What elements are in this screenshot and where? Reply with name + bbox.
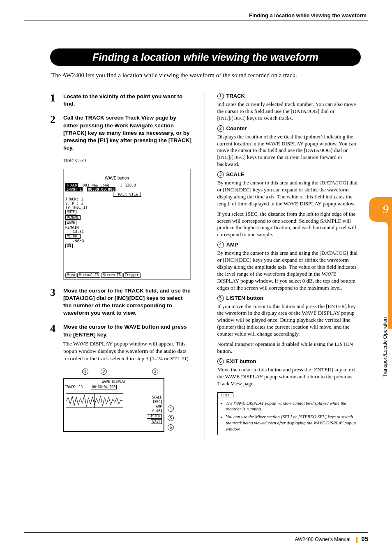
popup-track: TRACK: 13 <box>65 385 83 389</box>
item-1: 1 TRACK <box>217 93 360 99</box>
step-heading: Call the TRACK screen Track View page by… <box>63 114 192 152</box>
vtr-name: [V_TR01_1] <box>65 205 189 210</box>
step-heading: Move the cursor to the WAVE button and p… <box>63 323 192 338</box>
track-field: TRACK: 1 <box>65 197 189 201</box>
item-number: 1 <box>217 93 224 99</box>
metro-button: METRO. <box>65 234 81 239</box>
page-number: 95 <box>361 535 368 542</box>
song-name: 003_New Song <box>83 183 109 187</box>
track-title-box: TRACK <box>65 183 78 187</box>
right-column: 1 TRACK Indicates the currently selected… <box>217 93 360 439</box>
callout-4: 4 <box>168 405 174 412</box>
step-number: 2 <box>50 114 59 152</box>
tab-stereo-tr: Stereo TR <box>101 272 122 278</box>
vtr-field: V.TR : 1 <box>65 201 189 205</box>
item-2: 2 Counter <box>217 125 360 132</box>
wave-button-label: WAVE button <box>105 176 129 180</box>
item-4: 4 AMP <box>217 242 360 248</box>
left-column: 1 Locate to the vicinity of the point yo… <box>50 93 192 439</box>
waveform-area <box>66 393 123 408</box>
tab-trigger: Trigger <box>123 272 141 278</box>
tab-view: View <box>65 272 76 278</box>
on-button: ON <box>65 244 73 248</box>
track-view-screenshot: WAVE button TRACK 003_New Song J=120.0 I… <box>63 169 191 280</box>
remain-label: REMAIN <box>65 226 189 230</box>
listen-button: LISTEN <box>147 414 162 419</box>
item-5: 5 LISTEN button <box>217 295 360 302</box>
mute-button: MUTE <box>65 210 76 214</box>
item-title: TRACK <box>226 93 245 99</box>
item-number: 4 <box>217 242 224 248</box>
item-body: By moving the cursor to this area and us… <box>217 180 360 207</box>
step-body: The WAVE DISPLAY popup window will appea… <box>63 340 192 363</box>
callout-line <box>105 181 105 188</box>
item-body: Displays the location of the vertical li… <box>217 134 360 168</box>
item-title: LISTEN button <box>226 295 263 302</box>
footer-accent <box>356 537 357 543</box>
db-readout: -96dB <box>73 239 189 243</box>
manual-name: AW2400 Owner's Manual <box>295 537 350 542</box>
callout-3: 3 <box>152 368 158 375</box>
item-number: 6 <box>217 358 224 365</box>
section-title-bar: Finding a location while viewing the wav… <box>50 48 361 66</box>
scale-value: 1SEC <box>151 400 162 404</box>
hint-box: HINT The WAVE DISPLAY popup window canno… <box>217 391 360 435</box>
remain-time: 13:31 <box>73 230 189 234</box>
chapter-tab: 9 Transport/Locate Operation <box>369 197 392 329</box>
step-2: 2 Call the TRACK screen Track View page … <box>50 114 192 152</box>
callout-5: 5 <box>168 415 174 421</box>
item-title: Counter <box>226 125 247 132</box>
item-3: 3 SCALE <box>217 171 360 178</box>
item-body: Move the cursor to this button and press… <box>217 366 360 387</box>
item-body: Normal transport operation is disabled w… <box>217 341 360 355</box>
footer: AW2400 Owner's Manual 95 <box>24 532 368 543</box>
step-3: 3 Move the cursor to the TRACK field, an… <box>50 287 192 317</box>
item-number: 2 <box>217 125 224 132</box>
hint-item: You can use the Mixer section [SEL] or [… <box>226 414 357 432</box>
item-number: 5 <box>217 295 224 302</box>
amp-value: -6 dB <box>149 409 162 413</box>
step-heading: Move the cursor to the TRACK field, and … <box>63 287 192 317</box>
step-number: 3 <box>50 287 59 317</box>
intro-text: The AW2400 lets you find a location whil… <box>51 71 359 79</box>
step-4: 4 Move the cursor to the WAVE button and… <box>50 323 192 362</box>
hint-item: The WAVE DISPLAY popup window cannot be … <box>226 400 357 412</box>
section-label: TRACK VIEW <box>113 192 141 197</box>
track-field-label: TRACK field <box>63 159 192 163</box>
scale-label: SCALE <box>147 396 162 399</box>
item-number: 3 <box>217 171 224 178</box>
input-box: INPUT 1 <box>65 187 83 191</box>
amp-label: AMP <box>147 405 162 408</box>
item-title: EXIT button <box>226 358 256 365</box>
wave-display-figure: 1 2 3 4 5 6 WAVE DISPLAY TRACK: 13 00:00… <box>63 369 187 439</box>
popup-counter: 00:00:04.005 <box>91 385 117 389</box>
chapter-number: 9 <box>383 202 389 216</box>
step-heading: Locate to the vicinity of the point you … <box>63 93 192 108</box>
hint-label: HINT <box>217 392 233 398</box>
step-1: 1 Locate to the vicinity of the point yo… <box>50 93 192 108</box>
step-number: 4 <box>50 323 59 362</box>
running-header: Finding a location while viewing the wav… <box>249 12 367 18</box>
item-body: Indicates the currently selected track n… <box>217 101 360 122</box>
tab-virtual-tr: Virtual TR <box>77 272 100 278</box>
header-rule <box>24 21 368 21</box>
callout-1: 1 <box>82 368 88 375</box>
item-body: If you select 1SEC, the distance from th… <box>217 211 360 239</box>
item-6: 6 EXIT button <box>217 358 360 365</box>
rename-button: RENAME <box>65 215 81 220</box>
counter: 00:00:00.000 <box>87 187 115 191</box>
item-title: SCALE <box>226 171 244 178</box>
column-divider <box>205 93 205 439</box>
exit-button: EXIT <box>151 419 162 424</box>
chapter-text: Transport/Locate Operation <box>382 317 388 377</box>
item-body: If you move the cursor to this button an… <box>217 303 360 338</box>
callout-6: 6 <box>168 424 174 431</box>
step-number: 1 <box>50 93 59 108</box>
wave-display-popup: WAVE DISPLAY TRACK: 13 00:00:04.005 SCAL… <box>63 378 164 432</box>
callout-2: 2 <box>101 368 107 375</box>
popup-title: WAVE DISPLAY <box>102 380 126 384</box>
item-body: By moving the cursor to this area and us… <box>217 250 360 291</box>
section-title: Finding a location while viewing the wav… <box>92 51 318 63</box>
item-title: AMP <box>226 242 238 248</box>
wave-button: WAVE <box>65 221 76 225</box>
